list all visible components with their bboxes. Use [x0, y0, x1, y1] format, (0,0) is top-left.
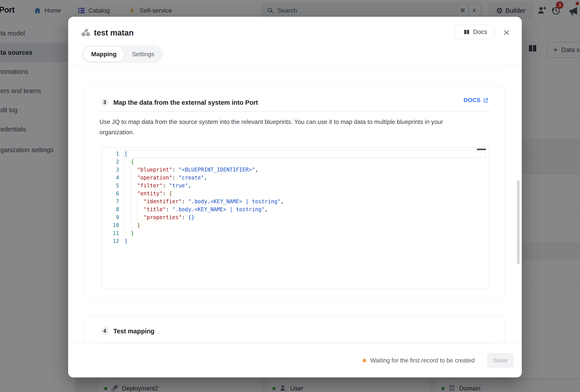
- docs-link-label: DOCS: [463, 97, 480, 104]
- card-divider: [100, 343, 491, 343]
- line-number: 8: [102, 205, 119, 213]
- indent-guide: [131, 221, 131, 229]
- step4-heading: Test mapping: [113, 328, 154, 335]
- book-icon: [463, 29, 470, 35]
- code-line[interactable]: 2 {: [102, 158, 489, 166]
- line-number: 4: [102, 174, 119, 182]
- tab-settings[interactable]: Settings: [124, 47, 162, 62]
- code-line[interactable]: 11 }: [102, 229, 489, 237]
- line-number: 9: [102, 213, 119, 221]
- previous-step-card-edge: [85, 65, 505, 69]
- code-line[interactable]: 1[: [102, 150, 489, 158]
- modal-scrollbar-thumb[interactable]: [517, 180, 520, 264]
- indent-guide: [131, 174, 131, 182]
- code-line[interactable]: 8 "title": ".body.<KEY_NAME> | tostring"…: [102, 205, 489, 213]
- modal-tabs: Mapping Settings: [82, 45, 163, 63]
- indent-guide: [124, 229, 125, 237]
- indent-guide: [131, 166, 131, 174]
- line-number: 2: [102, 158, 119, 166]
- close-icon: [503, 29, 510, 36]
- step-number-badge: 3: [101, 98, 109, 107]
- indent-guide: [131, 213, 131, 221]
- indent-guide: [124, 158, 125, 166]
- save-button[interactable]: Save: [487, 353, 514, 368]
- step-number-badge: 4: [101, 327, 109, 335]
- data-source-modal: test matan Docs Mapping Settings 3 Map t…: [68, 17, 522, 378]
- line-number: 10: [102, 221, 119, 229]
- jq-mapping-editor[interactable]: 1[2 {3 "blueprint": "<BLUEPRINT_IDENTIFI…: [102, 147, 489, 289]
- line-number: 7: [102, 198, 119, 205]
- line-number: 1: [102, 150, 119, 158]
- line-number: 6: [102, 190, 119, 198]
- code-line[interactable]: 5 "filter": "true",: [102, 182, 489, 190]
- editor-scrollbar[interactable]: [477, 149, 486, 150]
- line-number: 5: [102, 182, 119, 190]
- modal-footer: Waiting for the first record to be creat…: [68, 343, 522, 378]
- external-link-icon: [483, 97, 489, 103]
- webhook-icon: [81, 27, 91, 38]
- docs-button-label: Docs: [473, 28, 487, 35]
- code-line[interactable]: 3 "blueprint": "<BLUEPRINT_IDENTIFIER>",: [102, 166, 489, 174]
- code-line[interactable]: 4 "operation": "create",: [102, 174, 489, 182]
- indent-guide: [131, 198, 131, 205]
- tab-mapping[interactable]: Mapping: [83, 47, 124, 62]
- code-lines: 1[2 {3 "blueprint": "<BLUEPRINT_IDENTIFI…: [102, 150, 489, 245]
- code-line[interactable]: 9 "properties": {}: [102, 213, 489, 221]
- code-line[interactable]: 7 "identifier": ".body.<KEY_NAME> | tost…: [102, 198, 489, 205]
- modal-title: test matan: [94, 28, 134, 37]
- indent-guide: [137, 198, 138, 205]
- indent-guide: [124, 190, 125, 198]
- code-line[interactable]: 6 "entity": {: [102, 190, 489, 198]
- screen: Port Home Catalog Self-service Search ⌘ …: [0, 0, 580, 392]
- indent-guide: [124, 182, 125, 190]
- indent-guide: [137, 213, 138, 221]
- step3-description: Use JQ to map data from the source syste…: [100, 117, 496, 137]
- card-divider: [100, 111, 491, 112]
- status-dot: [363, 359, 366, 363]
- line-number: 3: [102, 166, 119, 174]
- indent-guide: [124, 205, 125, 213]
- indent-guide: [131, 182, 131, 190]
- line-number: 11: [102, 229, 119, 237]
- indent-guide: [124, 213, 125, 221]
- indent-guide: [124, 174, 125, 182]
- docs-link[interactable]: DOCS: [463, 97, 489, 104]
- line-number: 12: [102, 237, 119, 245]
- step3-heading: Map the data from the external system in…: [113, 99, 258, 106]
- indent-guide: [131, 190, 131, 198]
- indent-guide: [124, 166, 125, 174]
- indent-guide: [124, 198, 125, 205]
- code-line[interactable]: 12]: [102, 237, 489, 245]
- indent-guide: [137, 205, 138, 213]
- step3-card: 3 Map the data from the external system …: [85, 86, 505, 301]
- status-text: Waiting for the first record to be creat…: [370, 357, 475, 364]
- docs-button[interactable]: Docs: [455, 24, 495, 39]
- code-line[interactable]: 10 }: [102, 221, 489, 229]
- close-button[interactable]: [502, 28, 511, 37]
- indent-guide: [131, 205, 131, 213]
- indent-guide: [124, 221, 125, 229]
